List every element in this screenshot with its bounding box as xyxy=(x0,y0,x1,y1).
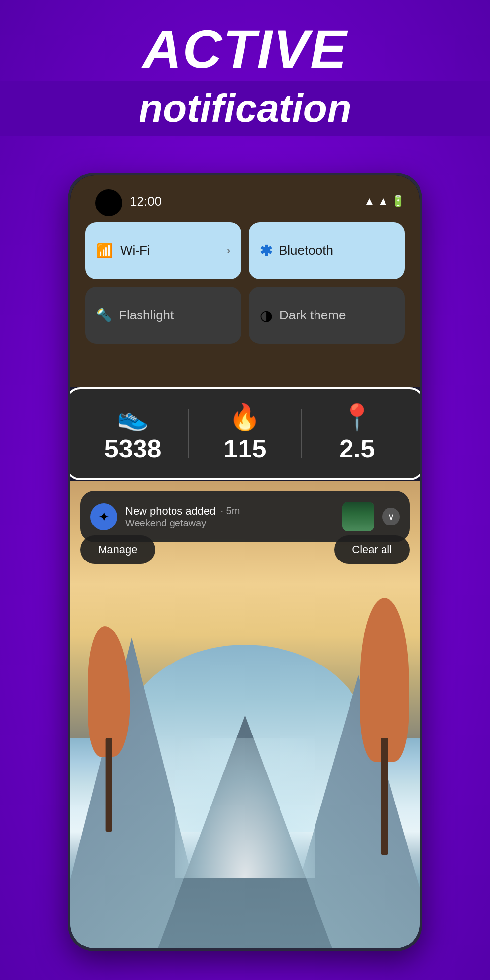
wifi-icon: 📶 xyxy=(96,243,113,259)
clear-all-button[interactable]: Clear all xyxy=(334,535,410,564)
photos-icon: ✦ xyxy=(98,509,109,525)
phone-mockup: 12:00 ▲ ▲ 🔋 📶 Wi-Fi › ✱ xyxy=(68,173,422,951)
wifi-tile[interactable]: 📶 Wi-Fi › xyxy=(85,222,241,279)
status-time: 12:00 xyxy=(130,194,162,209)
hero-section: ACTIVE notification xyxy=(0,0,490,158)
bluetooth-icon: ✱ xyxy=(260,242,272,259)
calories-value: 115 xyxy=(224,434,267,463)
dark-theme-label: Dark theme xyxy=(280,308,346,323)
notification-card: ✦ New photos added · 5m Weekend getaway … xyxy=(80,491,410,542)
notification-time: · 5m xyxy=(220,505,240,517)
notification-expand-button[interactable]: ∨ xyxy=(382,508,400,525)
bluetooth-label: Bluetooth xyxy=(279,243,333,258)
phone-screen: 12:00 ▲ ▲ 🔋 📶 Wi-Fi › ✱ xyxy=(70,175,420,948)
wifi-signal-icon: ▲ xyxy=(364,195,375,208)
flashlight-tile[interactable]: 🔦 Flashlight xyxy=(85,287,241,344)
notification-app-icon: ✦ xyxy=(90,503,117,530)
tree-left xyxy=(88,645,130,832)
dark-theme-tile[interactable]: ◑ Dark theme xyxy=(249,287,405,344)
status-bar: 12:00 ▲ ▲ 🔋 xyxy=(130,191,405,211)
thumbnail-image xyxy=(342,502,374,531)
fitness-widget: 👟 5338 🔥 115 📍 2.5 xyxy=(70,387,420,480)
cellular-icon: ▲ xyxy=(378,195,388,208)
distance-stat: 📍 2.5 xyxy=(302,404,413,463)
dark-theme-icon: ◑ xyxy=(260,307,273,324)
notification-thumbnail xyxy=(342,502,374,531)
steps-stat: 👟 5338 xyxy=(77,404,188,463)
flashlight-label: Flashlight xyxy=(119,308,174,323)
battery-icon: 🔋 xyxy=(391,195,405,208)
notification-title: New photos added xyxy=(125,505,215,518)
quick-settings-panel: 12:00 ▲ ▲ 🔋 📶 Wi-Fi › ✱ xyxy=(70,175,420,387)
tree-trunk-right xyxy=(381,738,388,855)
tree-right xyxy=(360,621,409,855)
camera-hole xyxy=(95,189,122,216)
calories-stat: 🔥 115 xyxy=(189,404,300,463)
fire-icon: 🔥 xyxy=(229,404,261,430)
wallpaper-area: ✦ New photos added · 5m Weekend getaway … xyxy=(70,481,420,948)
flashlight-icon: 🔦 xyxy=(96,308,112,323)
steps-icon: 👟 xyxy=(117,404,149,430)
manage-button[interactable]: Manage xyxy=(80,535,155,564)
tiles-row-1: 📶 Wi-Fi › ✱ Bluetooth xyxy=(85,222,405,279)
tiles-row-2: 🔦 Flashlight ◑ Dark theme xyxy=(85,287,405,344)
notification-actions: Manage Clear all xyxy=(80,535,410,564)
steps-value: 5338 xyxy=(105,434,162,463)
tree-foliage-right xyxy=(360,598,409,762)
tree-trunk-left xyxy=(105,738,112,832)
mist-layer xyxy=(175,738,315,878)
bluetooth-tile[interactable]: ✱ Bluetooth xyxy=(249,222,405,279)
wifi-chevron-icon: › xyxy=(227,245,230,257)
distance-value: 2.5 xyxy=(339,434,375,463)
status-icons: ▲ ▲ 🔋 xyxy=(364,195,405,208)
wifi-label: Wi-Fi xyxy=(120,243,150,258)
quick-tiles: 📶 Wi-Fi › ✱ Bluetooth 🔦 Flashlight xyxy=(85,222,405,351)
hero-banner: notification xyxy=(0,81,490,136)
notification-content: New photos added · 5m Weekend getaway xyxy=(125,505,334,529)
notification-subtitle: Weekend getaway xyxy=(125,518,334,529)
chevron-down-icon: ∨ xyxy=(388,511,394,522)
hero-notification-text: notification xyxy=(0,86,490,131)
tree-foliage-left xyxy=(88,626,130,757)
hero-active-text: ACTIVE xyxy=(142,22,347,76)
location-icon: 📍 xyxy=(341,404,373,430)
